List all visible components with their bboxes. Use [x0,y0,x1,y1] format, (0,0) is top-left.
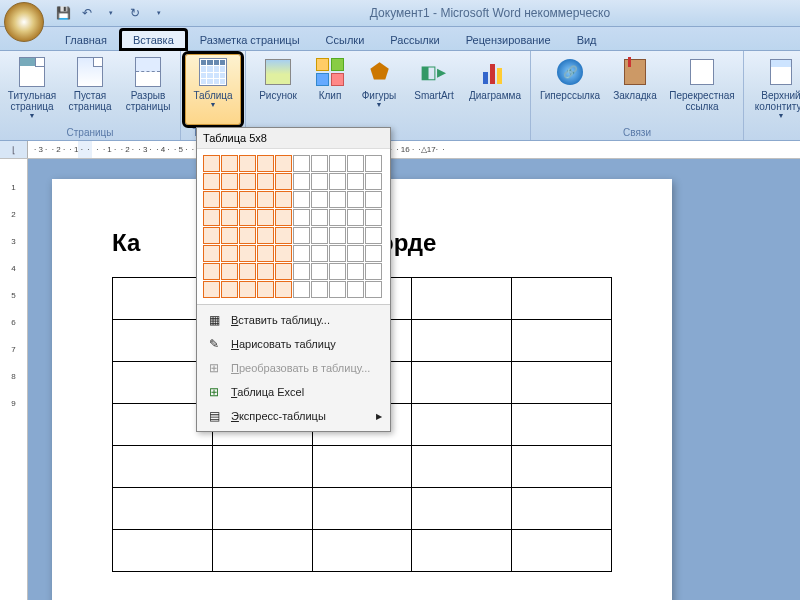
grid-cell[interactable] [347,227,364,244]
chart-button[interactable]: Диаграмма [464,54,526,125]
clipart-button[interactable]: Клип [308,54,352,125]
grid-cell[interactable] [275,155,292,172]
grid-cell[interactable] [329,281,346,298]
grid-cell[interactable] [257,155,274,172]
grid-cell[interactable] [347,245,364,262]
grid-cell[interactable] [257,173,274,190]
grid-cell[interactable] [329,263,346,280]
grid-cell[interactable] [239,173,256,190]
tab-mailings[interactable]: Рассылки [377,29,452,50]
cover-page-button[interactable]: Титульная страница ▼ [4,54,60,125]
grid-cell[interactable] [311,191,328,208]
grid-cell[interactable] [239,245,256,262]
shapes-button[interactable]: ⬟ Фигуры ▼ [354,54,404,125]
grid-cell[interactable] [329,155,346,172]
hyperlink-button[interactable]: 🔗 Гиперссылка [535,54,605,125]
grid-cell[interactable] [203,173,220,190]
grid-cell[interactable] [275,173,292,190]
picture-button[interactable]: Рисунок [250,54,306,125]
grid-cell[interactable] [347,173,364,190]
page-break-button[interactable]: Разрыв страницы [120,54,176,125]
grid-cell[interactable] [275,245,292,262]
grid-cell[interactable] [293,155,310,172]
cross-reference-button[interactable]: Перекрестная ссылка [665,54,739,125]
grid-cell[interactable] [275,191,292,208]
blank-page-button[interactable]: Пустая страница [62,54,118,125]
office-button[interactable] [4,2,44,42]
grid-cell[interactable] [203,155,220,172]
grid-cell[interactable] [239,263,256,280]
table-button[interactable]: Таблица ▼ [185,54,241,125]
grid-cell[interactable] [311,209,328,226]
grid-cell[interactable] [275,209,292,226]
grid-cell[interactable] [293,227,310,244]
grid-cell[interactable] [365,173,382,190]
tab-page-layout[interactable]: Разметка страницы [187,29,313,50]
grid-cell[interactable] [221,245,238,262]
grid-cell[interactable] [275,281,292,298]
grid-cell[interactable] [329,173,346,190]
grid-cell[interactable] [293,263,310,280]
ruler-corner[interactable]: ⌊ [0,141,28,158]
grid-cell[interactable] [365,281,382,298]
grid-cell[interactable] [275,263,292,280]
grid-cell[interactable] [365,263,382,280]
grid-cell[interactable] [311,263,328,280]
tab-view[interactable]: Вид [564,29,610,50]
grid-cell[interactable] [329,191,346,208]
grid-cell[interactable] [257,281,274,298]
ruler-h-scale[interactable]: · 3 · · 2 · · 1 · · · · 1 · · 2 · · 3 · … [28,141,800,158]
vertical-ruler[interactable]: 1 2 3 4 5 6 7 8 9 [0,159,28,600]
grid-cell[interactable] [239,227,256,244]
header-button[interactable]: Верхний колонтитул ▼ [748,54,800,125]
grid-cell[interactable] [221,227,238,244]
excel-table-menuitem[interactable]: ⊞ Таблица Excel [197,380,390,404]
grid-cell[interactable] [257,227,274,244]
grid-cell[interactable] [311,227,328,244]
grid-cell[interactable] [293,281,310,298]
grid-cell[interactable] [311,281,328,298]
grid-cell[interactable] [293,245,310,262]
tab-review[interactable]: Рецензирование [453,29,564,50]
grid-cell[interactable] [293,191,310,208]
grid-cell[interactable] [329,209,346,226]
grid-cell[interactable] [257,191,274,208]
grid-cell[interactable] [257,245,274,262]
grid-cell[interactable] [203,245,220,262]
smartart-button[interactable]: ◧▸ SmartArt [406,54,462,125]
grid-cell[interactable] [365,227,382,244]
insert-table-menuitem[interactable]: ▦ Вставить таблицу... [197,308,390,332]
tab-references[interactable]: Ссылки [313,29,378,50]
grid-cell[interactable] [221,191,238,208]
grid-cell[interactable] [203,263,220,280]
tab-insert[interactable]: Вставка [120,29,187,50]
grid-cell[interactable] [221,263,238,280]
grid-cell[interactable] [347,263,364,280]
grid-cell[interactable] [239,209,256,226]
grid-cell[interactable] [365,245,382,262]
bookmark-button[interactable]: Закладка [607,54,663,125]
grid-cell[interactable] [221,281,238,298]
grid-cell[interactable] [239,155,256,172]
grid-cell[interactable] [203,191,220,208]
grid-cell[interactable] [257,209,274,226]
grid-cell[interactable] [365,209,382,226]
grid-cell[interactable] [311,155,328,172]
table-size-grid[interactable] [197,149,390,304]
grid-cell[interactable] [329,227,346,244]
grid-cell[interactable] [221,173,238,190]
grid-cell[interactable] [347,191,364,208]
grid-cell[interactable] [203,209,220,226]
grid-cell[interactable] [293,209,310,226]
grid-cell[interactable] [347,155,364,172]
grid-cell[interactable] [329,245,346,262]
grid-cell[interactable] [275,227,292,244]
grid-cell[interactable] [221,209,238,226]
grid-cell[interactable] [239,191,256,208]
grid-cell[interactable] [365,191,382,208]
grid-cell[interactable] [347,209,364,226]
quick-tables-menuitem[interactable]: ▤ Экспресс-таблицы ▶ [197,404,390,428]
page-scroll-area[interactable]: Кау в Ворде [28,159,800,600]
grid-cell[interactable] [257,263,274,280]
grid-cell[interactable] [293,173,310,190]
